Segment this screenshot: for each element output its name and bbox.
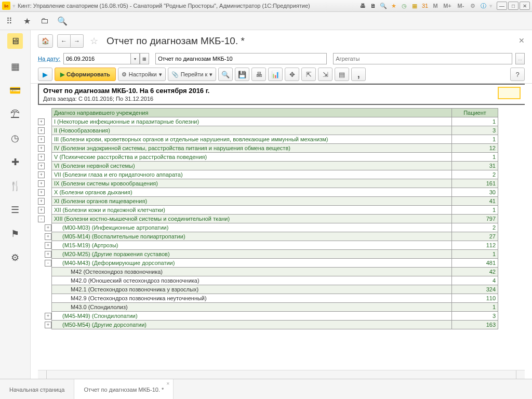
expand-toggle[interactable]: +: [45, 233, 51, 240]
patient-count-cell: 1: [452, 206, 498, 215]
options-icon[interactable]: ⚙: [469, 2, 477, 10]
sidebar-card-icon[interactable]: 💳: [9, 84, 21, 97]
print-icon[interactable]: 🖶: [358, 2, 367, 10]
patient-count-cell: 1: [452, 153, 498, 162]
minimize-button[interactable]: —: [497, 2, 507, 10]
expand-toggle[interactable]: +: [38, 154, 45, 161]
print-preview-icon[interactable]: 🗎: [369, 2, 377, 10]
patient-count-cell: 42: [452, 268, 498, 276]
patient-count-cell: 2: [452, 223, 498, 232]
favorite-toggle[interactable]: ☆: [90, 35, 98, 47]
date-input[interactable]: [63, 53, 131, 64]
home-button[interactable]: 🏠: [38, 34, 53, 48]
close-page-button[interactable]: ✕: [518, 36, 525, 45]
date-dropdown-button[interactable]: ▾: [131, 53, 140, 64]
m-minus-button[interactable]: M-: [455, 2, 467, 10]
sidebar-desktop-icon[interactable]: 🖥: [7, 33, 23, 49]
report-name-input[interactable]: [155, 53, 327, 64]
tab-report[interactable]: Отчет по диагнозам МКБ-10. *✕: [74, 379, 174, 399]
settings-button[interactable]: ⚙ Настройки ▾: [118, 68, 166, 81]
date-picker-button[interactable]: ▦: [140, 53, 149, 64]
expand-toggle[interactable]: +: [38, 198, 45, 205]
report-subtitle: Дата заезда: С 01.01.2016; По 31.12.2016: [43, 96, 494, 102]
m-plus-button[interactable]: M+: [442, 2, 453, 10]
calendar-icon[interactable]: 31: [421, 2, 429, 10]
clipboard-icon[interactable]: 🗀: [39, 16, 50, 26]
sidebar-storage-icon[interactable]: ☰: [9, 204, 21, 216]
search-icon[interactable]: 🔍: [57, 16, 68, 26]
patient-count-cell: 1: [452, 135, 498, 144]
patient-count-cell: 27: [452, 232, 498, 241]
expand-toggle[interactable]: +: [45, 251, 51, 258]
diagnosis-cell: XIII (Болезни костно-мышечной системы и …: [52, 215, 452, 223]
tab-close-icon[interactable]: ✕: [166, 381, 170, 386]
run-report-button[interactable]: ▶Сформировать: [55, 68, 116, 81]
maximize-button[interactable]: □: [508, 2, 518, 10]
app-logo-icon: 1c: [2, 2, 10, 10]
sidebar-settings-icon[interactable]: ⚙: [9, 251, 21, 264]
back-button[interactable]: ←: [57, 34, 71, 48]
expand-toggle[interactable]: -: [45, 260, 51, 267]
search-doc-icon[interactable]: 🔍: [379, 2, 388, 10]
diagnosis-cell: (M50-M54) (Другие дорсопатии): [52, 321, 452, 329]
sidebar-food-icon[interactable]: 🍴: [9, 180, 21, 192]
info-icon[interactable]: ⓘ: [479, 2, 487, 10]
expand-toggle[interactable]: +: [38, 163, 45, 169]
expand-toggle[interactable]: -: [38, 216, 45, 222]
apps-icon[interactable]: ⠿: [4, 16, 15, 26]
diagnosis-cell: I (Некоторые инфекционные и паразитарные…: [52, 117, 452, 126]
history-icon[interactable]: ◷: [400, 2, 408, 10]
report-title: Отчет по диагнозам МКБ-10. На 6 сентября…: [43, 87, 494, 95]
m-button[interactable]: M: [431, 2, 440, 10]
tool-collapse-icon[interactable]: ⇱: [301, 68, 316, 81]
tool-move-icon[interactable]: ✥: [285, 68, 299, 81]
sidebar-medical-icon[interactable]: ✚: [9, 156, 21, 168]
diagnosis-cell: M42.9 (Остеохондроз позвоночника неуточн…: [52, 294, 452, 303]
expand-run-button[interactable]: ▶: [38, 68, 52, 81]
patient-count-cell: 31: [452, 162, 498, 170]
tab-home[interactable]: Начальная страница: [0, 379, 74, 399]
tool-comma-icon[interactable]: ,: [351, 68, 366, 81]
favorite-icon[interactable]: ★: [390, 2, 398, 10]
sidebar-flag-icon[interactable]: ⚑: [9, 228, 21, 240]
expand-toggle[interactable]: +: [38, 145, 45, 152]
expand-toggle[interactable]: +: [45, 224, 51, 231]
expand-toggle[interactable]: +: [38, 171, 45, 178]
diagnosis-cell: XII (Болезни кожи и подкожной клетчатки): [52, 206, 452, 215]
patient-count-cell: 30: [452, 188, 498, 197]
diagnosis-cell: (M40-M43) (Деформирующие дорсопатии): [52, 259, 452, 268]
tool-find-icon[interactable]: 🔍: [218, 68, 233, 81]
patient-count-cell: 3: [452, 126, 498, 135]
calc-icon[interactable]: ▦: [410, 2, 419, 10]
expand-toggle[interactable]: +: [45, 242, 51, 249]
expand-toggle[interactable]: +: [38, 127, 45, 134]
diagnosis-cell: M42 (Остеохондроз позвоночника): [52, 268, 452, 276]
diagnosis-cell: M43.0 (Спондилолиз): [52, 303, 452, 312]
expand-toggle[interactable]: +: [45, 313, 51, 320]
date-label-link[interactable]: На дату:: [38, 56, 60, 62]
close-button[interactable]: ✕: [520, 2, 530, 10]
patient-count-cell: 163: [452, 321, 498, 329]
goto-button[interactable]: 📎 Перейти к ▾: [168, 68, 216, 81]
expand-toggle[interactable]: +: [38, 180, 45, 187]
expand-toggle[interactable]: +: [38, 207, 45, 214]
patient-count-cell: 481: [452, 259, 498, 268]
horizontal-scrollbar[interactable]: [38, 370, 525, 379]
sidebar-clock-icon[interactable]: ◷: [9, 132, 21, 144]
tool-expand-icon[interactable]: ⇲: [318, 68, 332, 81]
tool-save-icon[interactable]: 💾: [235, 68, 249, 81]
aggregates-input[interactable]: [333, 53, 512, 64]
tool-print-icon[interactable]: 🖶: [251, 68, 266, 81]
aggregates-more-button[interactable]: …: [515, 53, 525, 64]
sidebar-lamp-icon[interactable]: ⛱: [9, 108, 21, 121]
expand-toggle[interactable]: +: [38, 189, 45, 196]
tool-layers-icon[interactable]: ▤: [335, 68, 349, 81]
help-button[interactable]: ?: [510, 68, 525, 81]
expand-toggle[interactable]: +: [45, 322, 51, 328]
star-icon[interactable]: ★: [22, 16, 32, 26]
sidebar-calendar-icon[interactable]: ▦: [9, 60, 21, 73]
forward-button[interactable]: →: [71, 34, 84, 48]
expand-toggle[interactable]: +: [38, 136, 45, 143]
tool-chart-icon[interactable]: 📊: [268, 68, 283, 81]
expand-toggle[interactable]: +: [38, 118, 45, 125]
